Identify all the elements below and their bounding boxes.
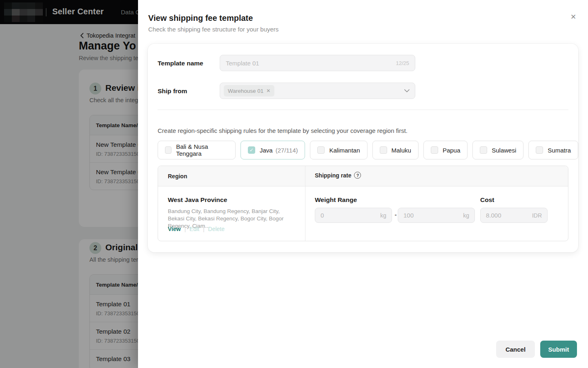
- region-count: (27/114): [276, 147, 298, 154]
- action-separator: |: [185, 226, 186, 232]
- view-link[interactable]: View: [168, 226, 181, 232]
- weight-from-input[interactable]: [321, 212, 378, 219]
- checkbox-icon[interactable]: [431, 146, 438, 154]
- range-dash: -: [394, 211, 398, 218]
- weight-unit: kg: [463, 212, 469, 219]
- help-icon[interactable]: ?: [354, 172, 361, 179]
- modal-title: View shipping fee template: [148, 13, 253, 23]
- column-divider: [305, 166, 305, 241]
- chevron-down-icon: [404, 89, 410, 92]
- template-name-label: Template name: [158, 60, 203, 67]
- checkbox-icon[interactable]: [165, 146, 172, 154]
- region-chip-group: Bali & Nusa Tenggara Java (27/114) Kalim…: [158, 141, 578, 159]
- region-chip-sulawesi[interactable]: Sulawesi: [472, 141, 523, 159]
- checkbox-icon[interactable]: [317, 146, 325, 154]
- modal-footer: Cancel Submit: [496, 341, 577, 358]
- region-chip-sumatra[interactable]: Sumatra: [528, 141, 578, 159]
- shipping-rate-table: Region Shipping rate ? West Java Provinc…: [158, 166, 568, 241]
- region-hint-text: Create region-specific shipping rules fo…: [158, 127, 408, 134]
- char-counter: 12/25: [396, 60, 409, 66]
- action-separator: |: [203, 226, 204, 232]
- currency-unit: IDR: [532, 212, 542, 219]
- checkbox-checked-icon[interactable]: [248, 146, 255, 154]
- section-divider: [158, 110, 568, 110]
- view-shipping-fee-template-modal: ✕ View shipping fee template Check the s…: [138, 0, 588, 368]
- region-chip-kalimantan[interactable]: Kalimantan: [310, 141, 367, 159]
- checkbox-icon[interactable]: [536, 146, 543, 154]
- checkbox-icon[interactable]: [480, 146, 487, 154]
- checkbox-icon[interactable]: [380, 146, 387, 154]
- weight-from-field: kg: [315, 208, 392, 223]
- weight-to-input[interactable]: [403, 212, 461, 219]
- screen: Seller Center Data C Tokopedia Integrat …: [0, 0, 588, 368]
- ship-from-label: Ship from: [158, 88, 187, 95]
- cancel-button[interactable]: Cancel: [496, 341, 535, 358]
- table-header-row: [158, 166, 568, 186]
- close-icon[interactable]: ✕: [568, 12, 578, 22]
- region-chip-bali-nusa-tenggara[interactable]: Bali & Nusa Tenggara: [158, 141, 236, 159]
- region-column-header: Region: [168, 173, 187, 180]
- template-name-input[interactable]: [226, 60, 392, 67]
- ship-from-select[interactable]: Warehouse 01 ✕: [220, 83, 415, 99]
- template-form-card: Template name 12/25 Ship from Warehouse …: [148, 44, 578, 252]
- warehouse-tag-label: Warehouse 01: [228, 88, 263, 94]
- cost-input[interactable]: [486, 212, 530, 219]
- weight-range-label: Weight Range: [315, 196, 357, 204]
- cost-field: IDR: [480, 208, 548, 223]
- delete-link[interactable]: Delete: [208, 226, 225, 232]
- template-name-field: 12/25: [220, 55, 415, 71]
- region-chip-papua[interactable]: Papua: [423, 141, 468, 159]
- weight-to-field: kg: [398, 208, 475, 223]
- weight-unit: kg: [380, 212, 386, 219]
- remove-tag-icon[interactable]: ✕: [266, 88, 270, 93]
- region-chip-java[interactable]: Java (27/114): [241, 141, 305, 159]
- warehouse-tag: Warehouse 01 ✕: [224, 85, 274, 96]
- region-chip-maluku[interactable]: Maluku: [372, 141, 419, 159]
- shipping-rate-column-header: Shipping rate ?: [315, 172, 361, 179]
- cost-label: Cost: [480, 196, 494, 204]
- edit-link[interactable]: Edit: [189, 226, 199, 232]
- modal-subtitle: Check the shipping fee structure for you…: [148, 26, 278, 33]
- submit-button[interactable]: Submit: [540, 341, 577, 358]
- row-actions: View | Edit | Delete: [168, 226, 225, 232]
- province-name: West Java Province: [168, 196, 227, 204]
